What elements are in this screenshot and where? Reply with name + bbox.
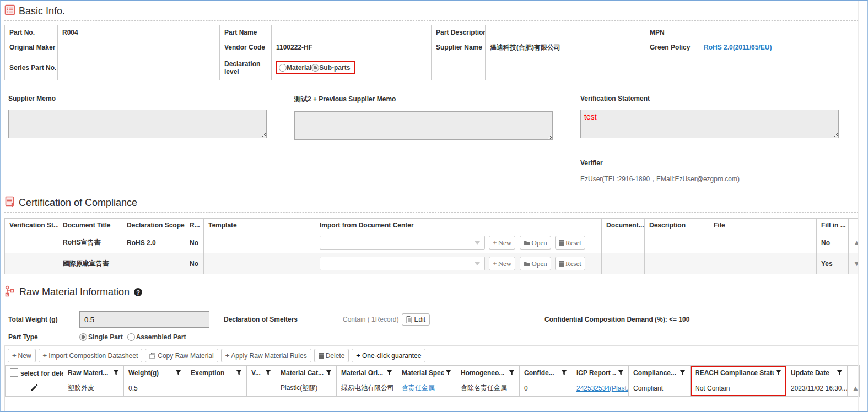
homogeneous-cell: 含除名责任金属 bbox=[456, 380, 520, 397]
folder-icon bbox=[524, 261, 531, 267]
col-document: Document... bbox=[602, 219, 645, 232]
help-icon[interactable]: ? bbox=[134, 288, 142, 296]
smelters-label: Declaration of Smelters bbox=[224, 316, 343, 323]
filter-icon[interactable] bbox=[618, 370, 624, 376]
basic-info-title: Basic Info. bbox=[19, 6, 65, 17]
basic-row-2: Original Maker Vendor Code 1100222-HF Su… bbox=[5, 40, 859, 55]
col-material-origin: Material Ori... bbox=[341, 369, 383, 377]
col-update-date: Update Date bbox=[791, 369, 829, 377]
certification-row-1: RoHS宣告書 RoHS 2.0 No +New Open Reset No ▲ bbox=[5, 232, 859, 253]
filter-icon[interactable] bbox=[386, 370, 392, 376]
material-spec-link[interactable]: 含责任金属 bbox=[402, 384, 435, 392]
certification-title: Certification of Compliance bbox=[19, 197, 137, 209]
certification-table: Verification St... Document Title Declar… bbox=[4, 218, 859, 274]
filter-icon[interactable] bbox=[775, 370, 781, 376]
doc-title-cell: RoHS宣告書 bbox=[58, 232, 122, 253]
single-part-label[interactable]: Single Part bbox=[88, 333, 123, 341]
import-composition-button[interactable]: +Import Composition Datasheet bbox=[39, 349, 143, 362]
part-type-row: Part Type Single Part Assembled Part bbox=[8, 333, 859, 341]
new-document-button[interactable]: +New bbox=[489, 257, 515, 270]
one-click-guarantee-button[interactable]: +One-click guarantee bbox=[352, 349, 425, 362]
filter-icon[interactable] bbox=[113, 370, 119, 376]
declaration-level-label: Declaration level bbox=[220, 55, 272, 80]
copy-icon bbox=[149, 353, 156, 359]
sub-parts-radio[interactable] bbox=[311, 64, 319, 72]
certification-header-row: Verification St... Document Title Declar… bbox=[5, 219, 859, 232]
single-part-radio[interactable] bbox=[79, 333, 87, 341]
confidential-cell: 0 bbox=[520, 380, 572, 397]
new-document-button[interactable]: +New bbox=[489, 236, 515, 250]
assembled-part-label[interactable]: Assembled Part bbox=[136, 333, 186, 341]
select-all-checkbox[interactable] bbox=[10, 368, 18, 377]
document-select[interactable] bbox=[320, 236, 485, 250]
edit-row-icon[interactable] bbox=[30, 383, 39, 393]
filter-icon[interactable] bbox=[509, 370, 515, 376]
open-document-button[interactable]: Open bbox=[520, 236, 551, 250]
fill-in-cell: No bbox=[817, 232, 849, 253]
col-v: V... bbox=[251, 369, 261, 377]
green-policy-link[interactable]: RoHS 2.0(2011/65/EU) bbox=[704, 44, 772, 51]
total-weight-input[interactable] bbox=[79, 311, 209, 328]
verification-statement-textarea[interactable]: test bbox=[580, 110, 839, 138]
icp-report-link[interactable]: 242532534(Plast... bbox=[576, 384, 629, 392]
raw-header-row: select for dele... Raw Materi... Weight(… bbox=[6, 366, 860, 380]
plus-icon: + bbox=[493, 238, 497, 247]
col-confidential: Confide... bbox=[524, 369, 554, 377]
plus-icon: + bbox=[225, 351, 230, 360]
filter-icon[interactable] bbox=[236, 370, 242, 376]
total-weight-label: Total Weight (g) bbox=[8, 316, 79, 323]
copy-raw-material-button[interactable]: Copy Raw Material bbox=[145, 349, 218, 362]
col-raw-material: Raw Materi... bbox=[68, 369, 108, 377]
part-name-value bbox=[272, 25, 432, 40]
document-select[interactable] bbox=[320, 257, 485, 270]
reset-document-button[interactable]: Reset bbox=[555, 236, 585, 250]
col-homogeneous: Homogeneo... bbox=[461, 369, 504, 377]
scrollbar-gutter[interactable] bbox=[858, 1, 859, 411]
series-part-no-value bbox=[58, 55, 220, 80]
assembled-part-radio[interactable] bbox=[127, 333, 135, 341]
new-raw-material-button[interactable]: +New bbox=[8, 349, 36, 362]
apply-rules-button[interactable]: +Apply Raw Material Rules bbox=[221, 349, 311, 362]
previous-supplier-memo-textarea[interactable] bbox=[294, 111, 553, 140]
material-radio[interactable] bbox=[279, 64, 287, 72]
col-template: Template bbox=[204, 219, 315, 232]
material-radio-label[interactable]: Material bbox=[287, 64, 311, 72]
material-category-cell: Plastic(塑膠) bbox=[276, 380, 337, 397]
col-r: R... bbox=[185, 219, 204, 232]
part-type-label: Part Type bbox=[8, 333, 79, 341]
col-exemption: Exemption bbox=[191, 369, 224, 377]
raw-material-icon bbox=[4, 285, 16, 299]
delete-button[interactable]: Delete bbox=[314, 349, 349, 362]
raw-toolbar: +New +Import Composition Datasheet Copy … bbox=[5, 346, 858, 365]
filter-icon[interactable] bbox=[445, 370, 451, 376]
edit-smelters-button[interactable]: Edit bbox=[402, 313, 430, 326]
raw-material-title: Raw Material Information bbox=[19, 286, 130, 298]
open-document-button[interactable]: Open bbox=[520, 257, 551, 270]
original-maker-value bbox=[58, 40, 220, 55]
supplier-memo-label: Supplier Memo bbox=[8, 95, 267, 102]
col-compliance: Compliance... bbox=[633, 369, 676, 377]
filter-icon[interactable] bbox=[175, 370, 181, 376]
basic-info-table: Part No. R004 Part Name Part Description… bbox=[4, 25, 859, 80]
filter-icon[interactable] bbox=[265, 370, 271, 376]
certification-icon bbox=[4, 196, 15, 209]
supplier-name-label: Supplier Name bbox=[432, 40, 486, 55]
select-for-delete-label: select for dele... bbox=[20, 370, 63, 377]
supplier-memo-textarea[interactable] bbox=[8, 110, 267, 138]
weight-cell: 0.5 bbox=[124, 380, 186, 397]
filter-icon[interactable] bbox=[326, 370, 332, 376]
confidential-demand-label: Confidential Composition Demand (%): <= … bbox=[544, 316, 689, 323]
fill-in-cell: Yes bbox=[817, 253, 849, 274]
compliance-cell: Compliant bbox=[629, 380, 691, 397]
filter-icon[interactable] bbox=[680, 370, 686, 376]
filter-icon[interactable] bbox=[837, 370, 843, 376]
verification-statement-label: Verification Statement bbox=[580, 95, 839, 102]
col-weight: Weight(g) bbox=[128, 369, 159, 377]
sub-parts-radio-label[interactable]: Sub-parts bbox=[319, 64, 350, 72]
filter-icon[interactable] bbox=[561, 370, 567, 376]
declaration-level-highlight: Material Sub-parts bbox=[276, 61, 355, 74]
col-import-doc-center: Import from Document Center bbox=[315, 219, 602, 232]
raw-material-cell: 塑胶外皮 bbox=[63, 380, 124, 397]
reset-document-button[interactable]: Reset bbox=[555, 257, 585, 270]
part-description-value bbox=[486, 25, 645, 40]
